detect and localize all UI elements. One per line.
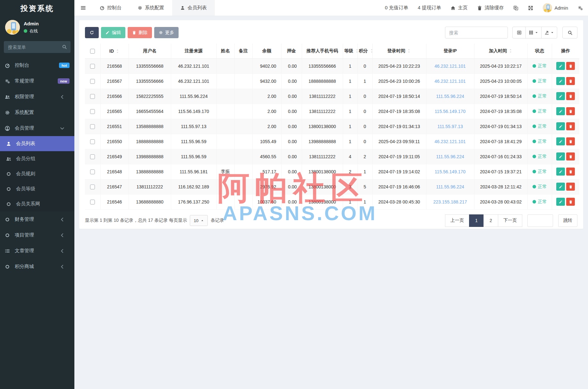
clear-cache[interactable]: 清除缓存	[477, 5, 504, 11]
sidebar-item-member-level[interactable]: 会员等级	[0, 181, 74, 196]
login-ip-link[interactable]: 111.55.96.224	[436, 94, 464, 99]
row-edit-button[interactable]	[556, 122, 565, 130]
row-delete-button[interactable]	[566, 122, 575, 130]
cell-points: 1	[357, 194, 372, 209]
sidebar-item-member-network[interactable]: 会员关系网	[0, 196, 74, 212]
col-header-label: 备注	[239, 48, 248, 53]
row-checkbox[interactable]	[90, 94, 95, 99]
row-edit-button[interactable]	[556, 183, 565, 191]
col-header-login_time[interactable]: 登录时间	[372, 44, 426, 58]
sidebar-item-permission-management[interactable]: 权限管理	[0, 89, 74, 105]
detail-view-button[interactable]	[512, 27, 526, 39]
row-checkbox[interactable]	[90, 109, 95, 114]
login-ip-link[interactable]: 46.232.121.101	[434, 64, 466, 69]
row-checkbox[interactable]	[90, 200, 95, 204]
row-checkbox[interactable]	[90, 124, 95, 129]
row-delete-button[interactable]	[566, 92, 575, 100]
more-button[interactable]: 更多	[154, 27, 179, 38]
withdraw-orders[interactable]: 4 提现订单	[418, 5, 441, 11]
sidebar-item-member-group[interactable]: 会员分组	[0, 151, 74, 166]
row-checkbox[interactable]	[90, 64, 95, 69]
col-header-id[interactable]: ID	[100, 44, 129, 58]
row-delete-button[interactable]	[566, 152, 575, 160]
edit-button[interactable]: 编辑	[101, 27, 125, 38]
table-search-input[interactable]	[445, 27, 508, 39]
tab-member-list[interactable]: 会员列表	[172, 0, 215, 16]
cell-id: 216565	[100, 104, 129, 119]
sidebar-toggle-button[interactable]	[74, 0, 92, 16]
cell-checkbox	[85, 134, 100, 149]
user-menu[interactable]: Admin	[543, 3, 568, 13]
row-delete-button[interactable]	[566, 137, 575, 145]
menu-search-input[interactable]	[4, 41, 71, 53]
col-header-points[interactable]: 积分	[357, 44, 372, 58]
home-link[interactable]: 主页	[450, 5, 467, 11]
next-page-button[interactable]: 下一页	[498, 214, 522, 227]
tab-system-config[interactable]: 系统配置	[130, 0, 172, 16]
row-delete-button[interactable]	[566, 77, 575, 85]
row-checkbox[interactable]	[90, 185, 95, 189]
row-edit-button[interactable]	[556, 62, 565, 70]
col-header-level[interactable]: 等级	[343, 44, 357, 58]
page-size-dropdown[interactable]: 10	[190, 215, 208, 226]
row-edit-button[interactable]	[556, 152, 565, 160]
sidebar-item-points-mall[interactable]: 积分商城	[0, 259, 74, 274]
login-ip-link[interactable]: 115.56.149.170	[435, 169, 466, 174]
cell-login_ip: 111.55.96.224	[426, 149, 474, 164]
page-button-2[interactable]: 2	[483, 214, 498, 227]
row-edit-button[interactable]	[556, 198, 565, 206]
row-checkbox[interactable]	[90, 139, 95, 144]
sidebar-item-member-rules[interactable]: 会员规则	[0, 166, 74, 181]
settings-button[interactable]	[578, 5, 583, 11]
sidebar-item-project-management[interactable]: 项目管理	[0, 227, 74, 243]
cell-referrer_phone: 13811112222	[302, 149, 343, 164]
language-button[interactable]	[513, 5, 518, 11]
export-button[interactable]	[541, 27, 557, 39]
refresh-button[interactable]	[85, 27, 99, 38]
col-header-remark: 备注	[234, 44, 252, 58]
sidebar-item-dashboard[interactable]: 控制台hot	[0, 57, 74, 73]
row-edit-button[interactable]	[556, 168, 565, 176]
delete-button[interactable]: 删除	[128, 27, 152, 38]
row-edit-button[interactable]	[556, 92, 565, 100]
page-button-1[interactable]: 1	[469, 214, 484, 227]
login-ip-link[interactable]: 223.155.188.217	[433, 199, 467, 204]
row-edit-button[interactable]	[556, 77, 565, 85]
sidebar-item-finance-management[interactable]: 财务管理	[0, 212, 74, 227]
sidebar-item-system-config[interactable]: 系统配置	[0, 105, 74, 120]
search-button[interactable]	[562, 27, 577, 39]
row-delete-button[interactable]	[566, 183, 575, 191]
login-ip-link[interactable]: 111.55.97.13	[437, 124, 463, 129]
recharge-orders[interactable]: 0 充值订单	[385, 5, 408, 11]
row-delete-button[interactable]	[566, 198, 575, 206]
sidebar-item-general-management[interactable]: 常规管理new	[0, 73, 74, 89]
cell-remark	[234, 179, 252, 194]
row-checkbox[interactable]	[90, 154, 95, 159]
row-checkbox[interactable]	[90, 169, 95, 174]
sidebar-item-member-management[interactable]: 会员管理	[0, 120, 74, 136]
tab-dashboard[interactable]: 控制台	[92, 0, 130, 16]
sidebar-item-article-management[interactable]: 文章管理	[0, 243, 74, 259]
jump-page-input[interactable]	[527, 214, 553, 227]
row-delete-button[interactable]	[566, 62, 575, 70]
login-ip-link[interactable]: 115.56.149.170	[435, 109, 466, 114]
sidebar-item-member-list[interactable]: 会员列表	[0, 136, 74, 151]
select-all-checkbox[interactable]	[90, 49, 95, 54]
login-ip-link[interactable]: 46.232.121.101	[434, 139, 466, 144]
row-checkbox[interactable]	[90, 79, 95, 84]
columns-button[interactable]	[525, 27, 542, 39]
row-edit-button[interactable]	[556, 137, 565, 145]
col-header-join_time[interactable]: 加入时间	[474, 44, 527, 58]
login-ip-link[interactable]: 46.232.121.101	[434, 79, 466, 84]
jump-button[interactable]: 跳转	[558, 214, 577, 227]
prev-page-button[interactable]: 上一页	[445, 214, 469, 227]
login-ip-link[interactable]: 111.55.96.224	[436, 184, 464, 189]
row-delete-button[interactable]	[566, 168, 575, 176]
row-delete-button[interactable]	[566, 107, 575, 115]
cell-id: 216547	[100, 179, 129, 194]
fullscreen-button[interactable]	[528, 5, 533, 11]
login-ip-link[interactable]: 111.55.96.224	[436, 154, 464, 159]
row-edit-button[interactable]	[556, 107, 565, 115]
fullscreen-icon	[528, 5, 533, 11]
table-footer: 显示第 1 到第 10 条记录，总共 17 条记录 每页显示 10 条记录 上一…	[79, 210, 583, 232]
